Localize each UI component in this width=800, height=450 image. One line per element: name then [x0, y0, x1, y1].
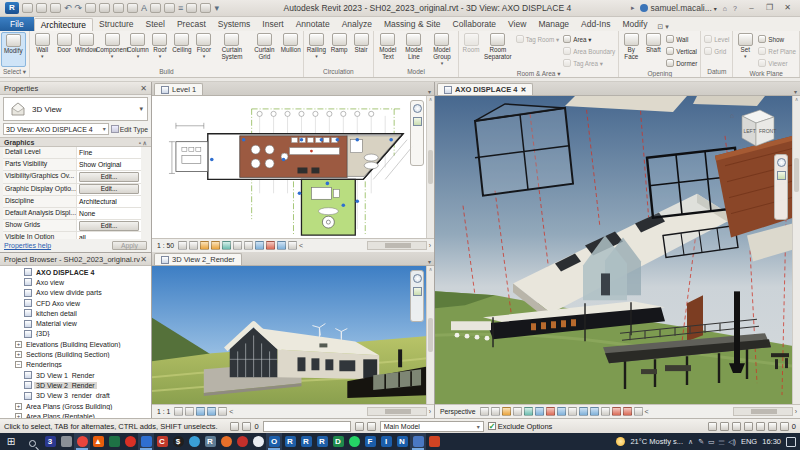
taskbar-app-people[interactable] — [410, 433, 426, 450]
ribbon-tab-architecture[interactable]: Architecture — [34, 18, 93, 31]
save-icon[interactable] — [36, 3, 47, 13]
temporary-hide-icon[interactable] — [196, 407, 205, 416]
property-value-default-analysis-displ[interactable]: None — [77, 208, 141, 219]
ribbon-tab-add-ins[interactable]: Add-Ins — [575, 18, 616, 31]
ribbon-button-vertical[interactable]: Vertical — [664, 45, 699, 57]
browser-item-kitchen-detail[interactable]: kitchen detail — [0, 308, 151, 318]
taskbar-app-sphere[interactable] — [186, 433, 202, 450]
ribbon-button-stair[interactable]: Stair — [350, 32, 372, 67]
ribbon-button-model-group[interactable]: Model Group▾ — [427, 32, 457, 67]
axo-hscrollbar[interactable] — [733, 407, 793, 416]
visual-style-icon[interactable] — [189, 241, 198, 250]
perspective-label[interactable]: Perspective — [438, 408, 478, 415]
detail-level-icon[interactable] — [480, 407, 489, 416]
clock[interactable]: 16:30 — [762, 437, 781, 446]
section-icon[interactable] — [164, 3, 175, 13]
temporary-hide-icon[interactable] — [579, 407, 588, 416]
ribbon-button-column[interactable]: Column▾ — [127, 32, 149, 67]
file-tab[interactable]: File — [0, 17, 34, 31]
plan-vscrollbar[interactable]: ∧ — [426, 96, 434, 238]
taskbar-app-red-circle[interactable] — [234, 433, 250, 450]
notification-center-icon[interactable] — [786, 437, 796, 447]
show-crop-icon[interactable] — [244, 241, 253, 250]
app-store-icon[interactable]: ⌂ — [723, 5, 727, 12]
browser-item-3d-view-2-render[interactable]: 3D View 2_Render — [0, 380, 151, 390]
design-options-select[interactable]: Main Model▾ — [380, 421, 484, 432]
text-icon[interactable]: A — [141, 3, 147, 13]
volume-icon[interactable]: ◁) — [728, 438, 736, 446]
navigation-bar[interactable] — [774, 154, 788, 220]
shadows-icon[interactable] — [211, 241, 220, 250]
modify-panel-caret-icon[interactable]: ⊡ ▾ — [657, 23, 668, 31]
undo-icon[interactable]: ↶ — [64, 3, 72, 13]
taskbar-app-n-blue[interactable]: N — [394, 433, 410, 450]
taskbar-app-red-tile[interactable] — [426, 433, 442, 450]
taskbar-app-3dsmax[interactable]: 3 — [42, 433, 58, 450]
aligned-dimension-icon[interactable] — [113, 3, 124, 13]
select-by-face-icon[interactable] — [744, 422, 753, 431]
ribbon-tab-modify[interactable]: Modify — [616, 18, 653, 31]
customize-qat-icon[interactable]: ▾ — [214, 3, 219, 13]
more-tools-icon[interactable]: < — [645, 408, 649, 415]
crop-view-icon[interactable] — [218, 407, 227, 416]
taskbar-app-revit-2[interactable]: R — [298, 433, 314, 450]
render-gallery-icon[interactable] — [568, 407, 577, 416]
taskbar-app-orange-circle[interactable] — [218, 433, 234, 450]
viewcube-home-icon[interactable]: ⌂ — [730, 112, 734, 119]
ribbon-button-room-separator[interactable]: Room Separator — [482, 32, 514, 69]
reveal-hidden-icon[interactable] — [207, 407, 216, 416]
browser-item-sections-building-section[interactable]: +Sections (Building Section) — [0, 349, 151, 359]
taskbar-app-vlc[interactable]: ▲ — [90, 433, 106, 450]
project-browser-close-icon[interactable]: ✕ — [140, 255, 147, 264]
navigation-bar[interactable] — [410, 100, 424, 166]
pen-icon[interactable]: ✎ — [698, 438, 704, 446]
close-button[interactable]: ✕ — [779, 2, 796, 15]
sync-with-central-icon[interactable] — [50, 3, 61, 13]
tree-expander-icon[interactable]: + — [15, 351, 22, 358]
sun-path-icon[interactable] — [200, 241, 209, 250]
plan-hscrollbar[interactable] — [367, 241, 427, 250]
viewcube[interactable]: LEFT FRONT ⌂ — [726, 106, 782, 156]
ribbon-button-show[interactable]: Show — [756, 33, 798, 45]
exclude-options-checkbox[interactable]: ✓ Exclude Options — [488, 422, 553, 431]
apply-button[interactable]: Apply — [112, 241, 147, 250]
axo-vscrollbar[interactable]: ∧ — [792, 96, 800, 404]
help-icon[interactable]: ? — [733, 5, 737, 12]
ribbon-button-model-line[interactable]: Model Line — [401, 32, 427, 67]
axo-view-canvas[interactable]: LEFT FRONT ⌂ ∧ — [435, 95, 800, 404]
open-icon[interactable] — [22, 3, 33, 13]
ribbon-tab-structure[interactable]: Structure — [93, 18, 140, 31]
default-3d-view-icon[interactable] — [150, 3, 161, 13]
temporary-hide-icon[interactable] — [255, 241, 264, 250]
taskbar-app-revit-1[interactable]: R — [282, 433, 298, 450]
reveal-hidden-icon[interactable] — [266, 241, 275, 250]
select-underlay-icon[interactable] — [720, 422, 729, 431]
ribbon-button-mullion[interactable]: Mullion — [280, 32, 302, 67]
browser-item-cfd-axo-view[interactable]: CFD Axo view — [0, 298, 151, 308]
window-menu-icon[interactable]: ▾ — [428, 258, 434, 265]
edit-button-show-grids[interactable]: Edit... — [79, 221, 139, 231]
steering-wheel-icon[interactable] — [413, 274, 422, 283]
project-browser-header[interactable]: Project Browser - SH02_2023_original.rvt… — [0, 253, 151, 266]
render-cloud-icon[interactable] — [557, 407, 566, 416]
zoom-icon[interactable] — [777, 171, 786, 180]
crop-view-icon[interactable] — [233, 241, 242, 250]
browser-item-renderings[interactable]: −Renderings — [0, 360, 151, 370]
plan-view-canvas[interactable]: ∧ — [152, 95, 434, 238]
property-value-parts-visibility[interactable]: Show Original — [77, 159, 141, 170]
scale-button[interactable]: 1 : 50 — [155, 242, 176, 249]
temporary-view-properties-icon[interactable] — [277, 241, 286, 250]
design-options-icon[interactable] — [367, 422, 376, 431]
displace-elements-icon[interactable] — [612, 407, 621, 416]
worksharing-display-icon[interactable] — [634, 407, 643, 416]
weather-icon[interactable] — [616, 437, 625, 446]
ribbon-button-ceiling[interactable]: Ceiling — [171, 32, 193, 67]
ribbon-tab-view[interactable]: View — [502, 18, 532, 31]
start-button[interactable]: ⊞ — [0, 436, 22, 447]
background-processes-icon[interactable] — [768, 422, 777, 431]
zoom-icon[interactable] — [413, 117, 422, 126]
measure-icon[interactable] — [99, 3, 110, 13]
ribbon-button-ramp[interactable]: Ramp — [328, 32, 350, 67]
ribbon-button-wall[interactable]: Wall▾ — [31, 32, 53, 67]
ribbon-tab-annotate[interactable]: Annotate — [290, 18, 336, 31]
